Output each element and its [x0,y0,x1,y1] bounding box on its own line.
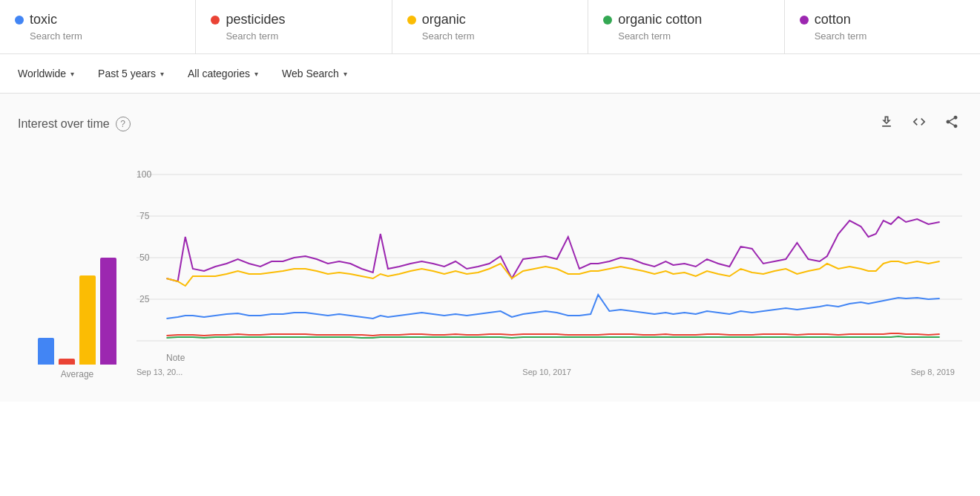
search-terms-header: toxic Search term pesticides Search term… [0,0,980,54]
time-filter[interactable]: Past 5 years ▾ [98,68,164,79]
avg-bar-toxic [38,338,54,365]
organic-label: organic [422,12,466,27]
line-chart-wrap: 100 75 50 25 Note Sep 13, 20... [137,154,962,402]
toxic-type: Search term [30,30,180,42]
time-label: Past 5 years [98,68,156,79]
cotton-label: cotton [815,12,851,27]
average-label: Average [61,369,93,379]
pesticides-type: Search term [226,30,376,42]
avg-bar-pesticides [59,359,75,365]
chart-actions [876,111,962,136]
cotton-type: Search term [815,30,965,42]
category-filter[interactable]: All categories ▾ [188,68,258,79]
organic-line [166,261,939,286]
search-term-cotton: cotton Search term [785,0,980,53]
type-chevron-icon: ▾ [343,70,347,78]
type-filter[interactable]: Web Search ▾ [282,68,347,79]
avg-bar-organic [79,275,96,365]
x-label-1: Sep 13, 20... [137,368,182,376]
toxic-line [166,295,939,319]
svg-text:50: 50 [139,252,150,263]
category-label: All categories [188,68,250,79]
code-icon [912,114,927,129]
organic-dot [407,16,416,25]
chart-container: Average 100 75 50 25 [18,154,962,402]
search-term-organic: organic Search term [392,0,588,53]
organic-type: Search term [422,30,573,42]
x-axis-labels: Sep 13, 20... Sep 10, 2017 Sep 8, 2019 [137,365,962,379]
x-label-2: Sep 10, 2017 [522,368,570,376]
avg-bar-cotton [100,258,116,365]
cotton-dot [800,16,809,25]
organic-cotton-type: Search term [618,30,769,42]
share-button[interactable] [941,111,962,136]
pesticides-line [166,333,939,336]
pesticides-label: pesticides [226,12,285,27]
time-chevron-icon: ▾ [160,70,164,78]
search-term-organic-cotton: organic cotton Search term [588,0,784,53]
type-label: Web Search [282,68,339,79]
organic-cotton-dot [603,16,612,25]
category-chevron-icon: ▾ [254,70,258,78]
line-chart: 100 75 50 25 [137,154,962,362]
share-icon [944,114,959,129]
toxic-dot [15,16,24,25]
location-chevron-icon: ▾ [70,70,74,78]
search-term-toxic: toxic Search term [0,0,196,53]
chart-section: Interest over time ? [0,94,980,402]
embed-button[interactable] [909,111,930,136]
search-term-pesticides: pesticides Search term [196,0,392,53]
organic-cotton-line [166,336,939,338]
note-label: Note [166,353,185,363]
location-label: Worldwide [18,68,66,79]
download-button[interactable] [876,111,897,136]
help-icon[interactable]: ? [116,117,131,131]
pesticides-dot [211,16,220,25]
average-bars: Average [18,154,137,402]
download-icon [879,114,894,129]
svg-text:100: 100 [137,169,152,180]
x-label-3: Sep 8, 2019 [911,368,955,376]
chart-title: Interest over time [18,117,110,131]
bars-inner [38,216,116,365]
svg-text:25: 25 [139,294,150,304]
svg-text:75: 75 [139,211,150,221]
location-filter[interactable]: Worldwide ▾ [18,68,74,79]
chart-header: Interest over time ? [18,111,962,136]
toxic-label: toxic [30,12,57,27]
chart-title-area: Interest over time ? [18,117,131,131]
filters-row: Worldwide ▾ Past 5 years ▾ All categorie… [0,54,980,94]
organic-cotton-label: organic cotton [618,12,702,27]
